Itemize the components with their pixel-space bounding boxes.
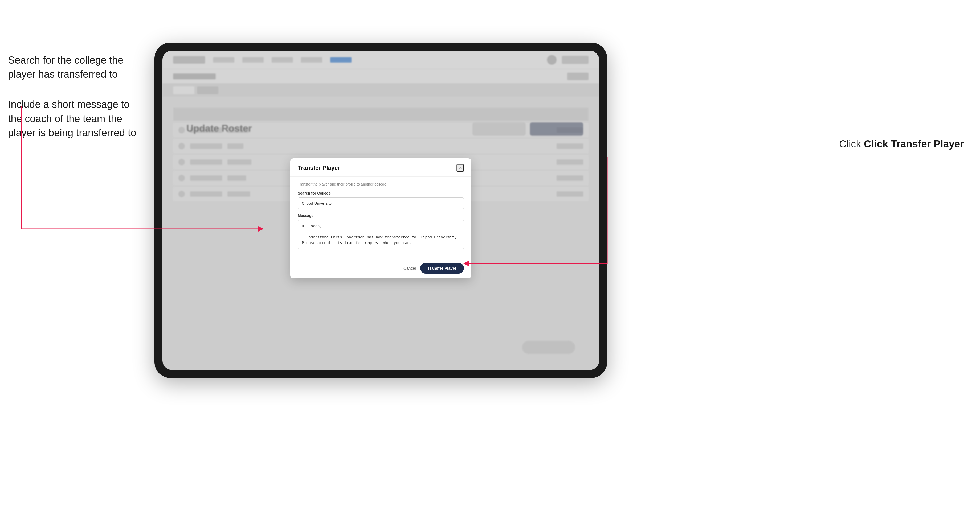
modal-subtitle: Transfer the player and their profile to… bbox=[298, 182, 464, 186]
modal-close-button[interactable]: × bbox=[457, 164, 464, 171]
modal-overlay: Transfer Player × Transfer the player an… bbox=[162, 51, 599, 370]
message-label: Message bbox=[298, 213, 464, 218]
annotation-left-1: Search for the college the player has tr… bbox=[8, 53, 141, 81]
tablet-device: Update Roster Transfer Player × Transfer… bbox=[154, 43, 607, 378]
annotation-left-2: Include a short message to the coach of … bbox=[8, 97, 141, 140]
college-search-input[interactable] bbox=[298, 197, 464, 209]
message-textarea[interactable]: Hi Coach, I understand Chris Robertson h… bbox=[298, 220, 464, 249]
college-label: Search for College bbox=[298, 191, 464, 195]
modal-header: Transfer Player × bbox=[290, 158, 471, 177]
cancel-button[interactable]: Cancel bbox=[403, 266, 416, 270]
modal-footer: Cancel Transfer Player bbox=[290, 258, 471, 278]
modal-body: Transfer the player and their profile to… bbox=[290, 177, 471, 258]
tablet-screen: Update Roster Transfer Player × Transfer… bbox=[162, 51, 599, 370]
annotation-right: Click Click Transfer Player bbox=[839, 138, 964, 150]
transfer-player-modal: Transfer Player × Transfer the player an… bbox=[290, 158, 471, 278]
modal-title: Transfer Player bbox=[298, 165, 340, 171]
annotation-left: Search for the college the player has tr… bbox=[8, 53, 141, 156]
transfer-player-button[interactable]: Transfer Player bbox=[420, 263, 464, 274]
